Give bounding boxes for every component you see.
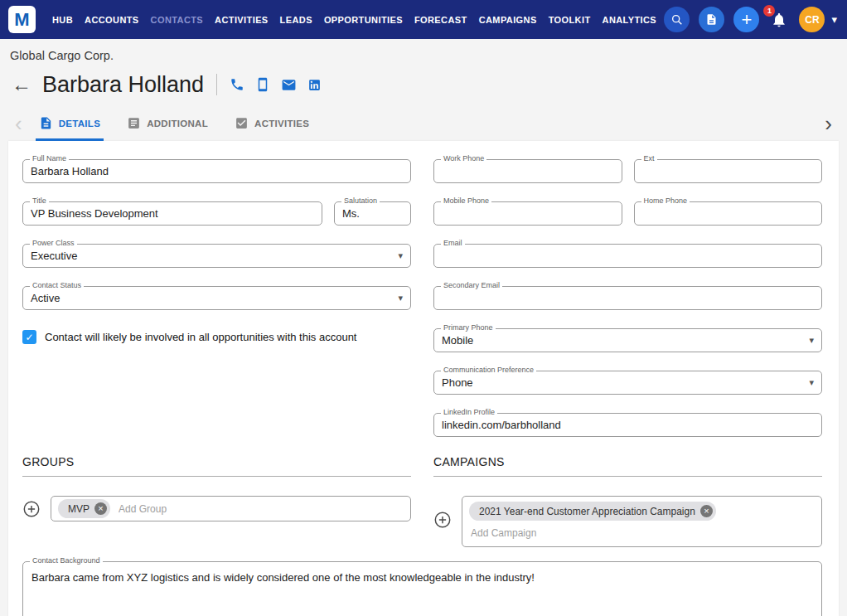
secondary-email-field[interactable]: Secondary Email bbox=[433, 286, 822, 310]
add-campaign-input[interactable] bbox=[469, 525, 815, 541]
communication-preference-value: Phone bbox=[434, 371, 821, 394]
email-button[interactable] bbox=[281, 77, 297, 93]
add-campaign-button[interactable] bbox=[433, 511, 452, 532]
contact-status-value: Active bbox=[23, 287, 410, 309]
tab-label: DETAILS bbox=[59, 119, 100, 129]
salutation-label: Salutation bbox=[341, 196, 380, 205]
remove-group-icon[interactable]: × bbox=[94, 502, 107, 515]
nav-actions: + 1 CR ▾ bbox=[664, 7, 837, 32]
smartphone-icon bbox=[255, 77, 270, 92]
power-class-label: Power Class bbox=[30, 239, 77, 247]
details-card: Full Name Title Salutation Power Class E… bbox=[8, 141, 839, 616]
linkedin-button[interactable] bbox=[307, 78, 322, 92]
nav-item-contacts[interactable]: CONTACTS bbox=[151, 15, 204, 25]
communication-preference-select[interactable]: Communication Preference Phone ▾ bbox=[433, 371, 822, 395]
ext-label: Ext bbox=[641, 154, 657, 162]
tabs-scroll-left-icon[interactable]: ‹ bbox=[15, 113, 22, 141]
app-logo[interactable]: M bbox=[8, 6, 36, 33]
email-input[interactable] bbox=[434, 245, 821, 267]
primary-phone-label: Primary Phone bbox=[441, 323, 496, 332]
linkedin-profile-label: LinkedIn Profile bbox=[441, 408, 497, 416]
sections-row: GROUPS MVP × CAMPAIGNS bbox=[22, 455, 822, 547]
campaigns-section-body: 2021 Year-end Customer Appreciation Camp… bbox=[433, 496, 822, 547]
add-group-button[interactable] bbox=[22, 500, 41, 521]
plus-icon: + bbox=[742, 11, 753, 29]
salutation-field[interactable]: Salutation bbox=[334, 201, 411, 226]
nav-item-activities[interactable]: ACTIVITIES bbox=[215, 15, 269, 25]
top-navbar: M HUB ACCOUNTS CONTACTS ACTIVITIES LEADS… bbox=[0, 0, 847, 39]
ext-field[interactable]: Ext bbox=[634, 159, 823, 183]
involvement-checkbox[interactable]: ✓ bbox=[22, 330, 36, 344]
power-class-value: Executive bbox=[23, 245, 410, 267]
contact-background-field[interactable]: Contact Background Barbara came from XYZ… bbox=[22, 561, 822, 616]
linkedin-profile-field[interactable]: LinkedIn Profile bbox=[433, 413, 822, 437]
salutation-input[interactable] bbox=[335, 202, 410, 225]
back-arrow-icon[interactable]: ← bbox=[12, 75, 31, 95]
full-name-field[interactable]: Full Name bbox=[22, 159, 411, 183]
nav-item-toolkit[interactable]: TOOLKIT bbox=[549, 15, 591, 25]
remove-campaign-icon[interactable]: × bbox=[700, 505, 713, 517]
caret-down-icon: ▾ bbox=[809, 335, 814, 346]
notifications-button[interactable]: 1 bbox=[768, 9, 790, 31]
secondary-email-input[interactable] bbox=[434, 287, 821, 309]
email-label: Email bbox=[441, 239, 465, 247]
nav-item-analytics[interactable]: ANALYTICS bbox=[603, 15, 657, 25]
nav-item-leads[interactable]: LEADS bbox=[280, 15, 312, 25]
nav-item-hub[interactable]: HUB bbox=[52, 15, 73, 25]
contact-background-label: Contact Background bbox=[30, 556, 103, 565]
form-right-column: Work Phone Ext Mobile Phone Home Phone bbox=[433, 159, 822, 437]
campaign-chip-field[interactable]: 2021 Year-end Customer Appreciation Camp… bbox=[462, 496, 822, 547]
tab-additional[interactable]: ADDITIONAL bbox=[123, 116, 211, 141]
add-group-input[interactable] bbox=[117, 502, 404, 516]
search-button[interactable] bbox=[664, 7, 690, 32]
full-name-input[interactable] bbox=[23, 160, 410, 182]
groups-section-body: MVP × bbox=[22, 496, 411, 521]
user-menu-caret-icon[interactable]: ▾ bbox=[831, 13, 837, 26]
app-logo-letter: M bbox=[14, 11, 29, 29]
primary-phone-select[interactable]: Primary Phone Mobile ▾ bbox=[433, 328, 822, 352]
linkedin-profile-input[interactable] bbox=[434, 414, 821, 436]
mobile-phone-label: Mobile Phone bbox=[441, 196, 491, 205]
phone-icon bbox=[230, 77, 244, 92]
work-phone-input[interactable] bbox=[434, 160, 622, 182]
ext-input[interactable] bbox=[635, 160, 822, 182]
nav-item-opportunities[interactable]: OPPORTUNITIES bbox=[324, 15, 403, 25]
mobile-call-button[interactable] bbox=[255, 77, 270, 92]
involvement-checkbox-label: Contact will likely be involved in all o… bbox=[45, 331, 356, 343]
power-class-select[interactable]: Power Class Executive ▾ bbox=[22, 244, 411, 268]
nav-item-accounts[interactable]: ACCOUNTS bbox=[85, 15, 139, 25]
mobile-phone-input[interactable] bbox=[434, 202, 622, 225]
additional-card-icon bbox=[127, 116, 141, 130]
nav-item-forecast[interactable]: FORECAST bbox=[414, 15, 467, 25]
primary-phone-value: Mobile bbox=[434, 329, 821, 352]
mobile-phone-field[interactable]: Mobile Phone bbox=[433, 201, 622, 226]
call-button[interactable] bbox=[230, 77, 244, 92]
user-avatar[interactable]: CR bbox=[799, 7, 825, 32]
contact-status-select[interactable]: Contact Status Active ▾ bbox=[22, 286, 411, 310]
details-doc-icon bbox=[39, 116, 53, 130]
avatar-initials: CR bbox=[805, 14, 819, 26]
nav-item-campaigns[interactable]: CAMPAIGNS bbox=[479, 15, 537, 25]
title-field[interactable]: Title bbox=[22, 201, 322, 226]
new-document-button[interactable] bbox=[699, 7, 724, 32]
linkedin-icon bbox=[307, 78, 322, 92]
campaigns-section-title: CAMPAIGNS bbox=[433, 455, 822, 477]
groups-section: GROUPS MVP × bbox=[22, 455, 411, 547]
caret-down-icon: ▾ bbox=[809, 377, 814, 388]
tab-activities[interactable]: ACTIVITIES bbox=[231, 116, 312, 141]
add-button[interactable]: + bbox=[733, 7, 759, 32]
header-divider bbox=[216, 74, 217, 95]
form-columns: Full Name Title Salutation Power Class E… bbox=[22, 159, 822, 437]
circle-plus-icon bbox=[433, 511, 452, 529]
home-phone-input[interactable] bbox=[635, 202, 822, 225]
campaigns-section: CAMPAIGNS 2021 Year-end Customer Appreci… bbox=[433, 455, 822, 547]
email-field[interactable]: Email bbox=[433, 244, 822, 268]
tab-label: ACTIVITIES bbox=[254, 119, 309, 129]
title-input[interactable] bbox=[23, 202, 322, 225]
tab-details[interactable]: DETAILS bbox=[36, 116, 104, 141]
tabs-scroll-right-icon[interactable]: › bbox=[825, 113, 832, 141]
tab-bar: ‹ DETAILS ADDITIONAL ACTIVITIES › bbox=[8, 113, 839, 141]
group-chip-field[interactable]: MVP × bbox=[51, 496, 411, 521]
work-phone-field[interactable]: Work Phone bbox=[433, 159, 622, 183]
home-phone-field[interactable]: Home Phone bbox=[634, 201, 823, 226]
